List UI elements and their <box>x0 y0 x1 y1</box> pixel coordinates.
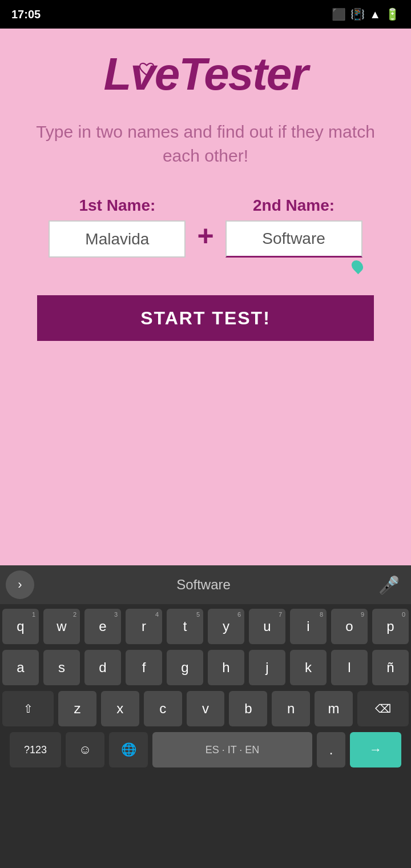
key-c[interactable]: c <box>144 691 182 726</box>
key-g[interactable]: g <box>167 650 203 685</box>
status-icons: ⬛ 📳 ▲ 🔋 <box>332 7 400 21</box>
key-k[interactable]: k <box>290 650 327 685</box>
key-row-1: 1q 2w 3e 4r 5t 6y 7u 8i 9o 0p <box>2 609 409 644</box>
mic-icon[interactable]: 🎤 <box>373 575 405 595</box>
wifi-icon: ▲ <box>369 8 381 21</box>
first-name-label: 1st Name: <box>79 196 155 215</box>
key-l[interactable]: l <box>331 650 368 685</box>
first-name-col: 1st Name: <box>49 196 186 258</box>
key-a[interactable]: a <box>2 650 39 685</box>
key-e[interactable]: 3e <box>84 609 121 644</box>
logo: L veTester <box>103 49 307 99</box>
key-n[interactable]: n <box>272 691 310 726</box>
second-name-label: 2nd Name: <box>253 196 335 215</box>
keyboard-keys: 1q 2w 3e 4r 5t 6y 7u 8i 9o 0p a s d f g … <box>0 604 411 868</box>
key-m[interactable]: m <box>315 691 353 726</box>
key-t[interactable]: 5t <box>167 609 203 644</box>
time: 17:05 <box>11 8 41 21</box>
key-p[interactable]: 0p <box>372 609 409 644</box>
key-v[interactable]: v <box>187 691 225 726</box>
numbers-key[interactable]: ?123 <box>10 732 61 767</box>
key-z[interactable]: z <box>58 691 96 726</box>
emoji-key[interactable]: ☺ <box>66 732 104 767</box>
suggestion-text[interactable]: Software <box>40 577 367 593</box>
logo-love: L veTester <box>103 49 307 99</box>
key-b[interactable]: b <box>229 691 267 726</box>
logo-container: L veTester <box>103 51 307 97</box>
key-row-4: ?123 ☺ 🌐 ES · IT · EN . → <box>2 732 409 767</box>
delete-key[interactable]: ⌫ <box>357 691 409 726</box>
key-h[interactable]: h <box>208 650 244 685</box>
battery-icon: 🔋 <box>385 7 400 21</box>
text-cursor <box>349 258 365 274</box>
names-row: 1st Name: + 2nd Name: <box>11 196 400 272</box>
second-name-col: 2nd Name: <box>225 196 362 272</box>
key-w[interactable]: 2w <box>43 609 80 644</box>
vibrate-icon: 📳 <box>350 7 365 21</box>
key-y[interactable]: 6y <box>208 609 244 644</box>
start-test-button[interactable]: START TEST! <box>37 295 374 341</box>
key-n-tilde[interactable]: ñ <box>372 650 409 685</box>
status-bar: 17:05 ⬛ 📳 ▲ 🔋 <box>0 0 411 29</box>
enter-key[interactable]: → <box>350 732 401 767</box>
key-r[interactable]: 4r <box>126 609 162 644</box>
second-name-input[interactable] <box>225 220 362 258</box>
key-d[interactable]: d <box>84 650 121 685</box>
space-key[interactable]: ES · IT · EN <box>152 732 312 767</box>
key-u[interactable]: 7u <box>249 609 285 644</box>
key-row-2: a s d f g h j k l ñ <box>2 650 409 685</box>
cast-icon: ⬛ <box>332 7 346 21</box>
key-s[interactable]: s <box>43 650 80 685</box>
suggestion-expand-button[interactable]: › <box>6 570 34 599</box>
globe-key[interactable]: 🌐 <box>109 732 148 767</box>
keyboard-area: › Software 🎤 1q 2w 3e 4r 5t 6y 7u 8i 9o … <box>0 565 411 868</box>
app-area: L veTester Type in two names and find ou… <box>0 29 411 565</box>
subtitle: Type in two names and find out if they m… <box>11 120 400 168</box>
plus-sign: + <box>197 219 213 252</box>
key-i[interactable]: 8i <box>290 609 327 644</box>
key-x[interactable]: x <box>101 691 139 726</box>
key-j[interactable]: j <box>249 650 285 685</box>
key-row-3: ⇧ z x c v b n m ⌫ <box>2 691 409 726</box>
key-q[interactable]: 1q <box>2 609 39 644</box>
suggestion-bar: › Software 🎤 <box>0 565 411 604</box>
period-key[interactable]: . <box>317 732 345 767</box>
key-o[interactable]: 9o <box>331 609 368 644</box>
first-name-input[interactable] <box>49 220 186 258</box>
shift-key[interactable]: ⇧ <box>2 691 54 726</box>
key-f[interactable]: f <box>126 650 162 685</box>
